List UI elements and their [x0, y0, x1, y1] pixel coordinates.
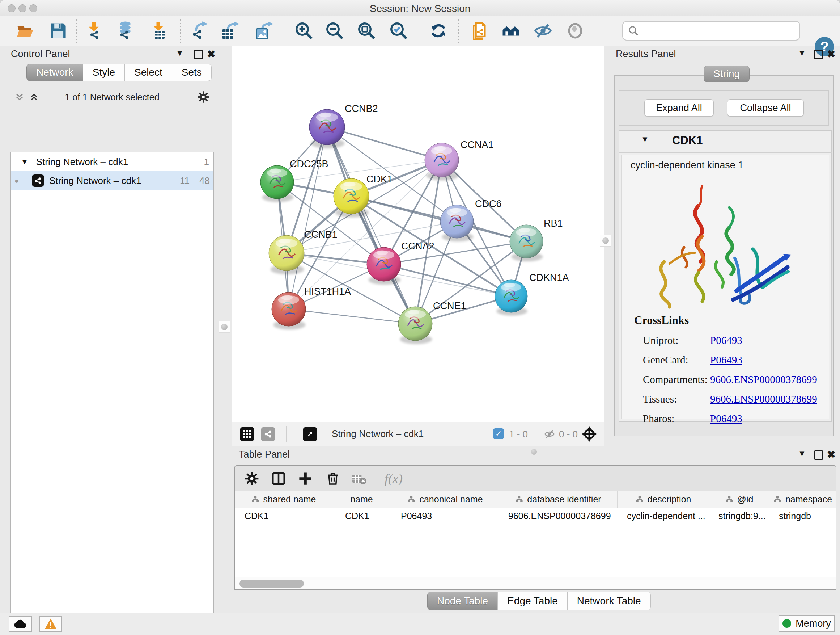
node-count: 11: [174, 175, 189, 187]
toolbar-separator: [284, 19, 284, 43]
crosslink-link[interactable]: P06493: [710, 334, 742, 347]
export-network-button[interactable]: [189, 20, 210, 41]
network-share-button[interactable]: [261, 427, 275, 441]
tab-style[interactable]: Style: [83, 64, 125, 81]
column-header-name[interactable]: name: [332, 491, 392, 508]
control-panel-float-button[interactable]: [194, 50, 203, 59]
results-panel-close-button[interactable]: ✖: [827, 48, 835, 60]
column-header-namespace[interactable]: namespace: [769, 491, 836, 508]
houses-icon: [501, 21, 521, 41]
network-collection-row[interactable]: ▼ String Network – cdk1 1: [11, 152, 213, 171]
refresh-icon: [429, 21, 448, 40]
zoom-fit-button[interactable]: [356, 20, 377, 41]
memory-label: Memory: [796, 618, 831, 629]
network-row[interactable]: ● String Network – cdk1 11 48: [11, 171, 213, 190]
tab-network-table[interactable]: Network Table: [567, 592, 651, 610]
import-network-icon: [84, 21, 103, 41]
tree-expander-icon[interactable]: ▼: [21, 158, 28, 166]
create-column-button[interactable]: [297, 470, 314, 487]
import-network-from-file-button[interactable]: [83, 20, 104, 41]
crosslink-link[interactable]: 9606.ENSP00000378699: [710, 374, 817, 386]
close-icon: ✖: [827, 448, 835, 461]
show-columns-button[interactable]: [270, 470, 287, 487]
selected-nodes-checkbox[interactable]: ✓: [493, 428, 504, 439]
collapse-entry-icon[interactable]: ▼: [641, 135, 649, 144]
tab-node-table[interactable]: Node Table: [427, 592, 498, 610]
horizontal-splitter-handle[interactable]: [531, 449, 537, 455]
tab-network[interactable]: Network: [27, 64, 83, 81]
zoom-selected-button[interactable]: [388, 20, 409, 41]
export-table-button[interactable]: [219, 20, 240, 41]
cloud-button[interactable]: [9, 616, 32, 632]
open-session-button[interactable]: [15, 20, 36, 41]
database-icon: [115, 21, 134, 41]
column-header-id[interactable]: @id: [709, 491, 769, 508]
import-table-icon: [148, 21, 168, 41]
column-header-canonical-name[interactable]: canonical name: [392, 491, 499, 508]
columns-icon: [271, 471, 286, 486]
node-details-header[interactable]: ▼ CDK1: [619, 130, 832, 153]
chevron-down-icon: ▼: [798, 49, 806, 58]
column-header-database-identifier[interactable]: database identifier: [499, 491, 617, 508]
show-home-button[interactable]: [500, 20, 521, 41]
save-session-button[interactable]: [48, 20, 69, 41]
control-panel-menu-button[interactable]: ▼: [176, 49, 184, 58]
right-splitter-handle[interactable]: [600, 235, 611, 247]
delete-column-button[interactable]: [324, 470, 341, 487]
column-header-description[interactable]: description: [617, 491, 709, 508]
zoom-fit-icon: [357, 21, 376, 41]
statusbar-separator: [538, 426, 538, 442]
search-box[interactable]: [622, 21, 800, 41]
tab-select[interactable]: Select: [125, 64, 172, 81]
network-view: CCNB2CCNA1CDC25BCDK1CDC6RB1CCNB1CCNA2CDK…: [232, 46, 604, 445]
trash-icon: [325, 471, 340, 486]
table-row[interactable]: CDK1 CDK1 P06493 9606.ENSP00000378699 cy…: [235, 508, 836, 524]
network-options-gear-icon[interactable]: [197, 90, 210, 103]
grid-icon: [242, 429, 252, 439]
tab-sets[interactable]: Sets: [172, 64, 212, 81]
show-all-button[interactable]: [565, 20, 586, 41]
search-input[interactable]: [643, 25, 799, 37]
import-network-from-database-button[interactable]: [114, 20, 135, 41]
crosslink-link[interactable]: P06493: [710, 354, 742, 366]
entry-description: cyclin-dependent kinase 1: [630, 160, 744, 171]
results-panel-float-button[interactable]: [814, 50, 823, 59]
table-horizontal-scrollbar[interactable]: [235, 577, 836, 589]
collapse-all-button[interactable]: Collapse All: [727, 99, 804, 117]
tab-edge-table[interactable]: Edge Table: [497, 592, 568, 610]
hide-selected-button[interactable]: [532, 20, 554, 41]
import-table-button[interactable]: [148, 20, 169, 41]
column-type-icon: [407, 496, 416, 504]
hidden-items-eye-slash-icon: [544, 428, 555, 440]
open-in-window-button[interactable]: [303, 427, 317, 441]
column-header-shared-name[interactable]: shared name: [235, 491, 332, 508]
scrollbar-thumb[interactable]: [240, 580, 304, 587]
tab-string[interactable]: String: [704, 65, 750, 82]
zoom-in-button[interactable]: [294, 20, 314, 41]
zoom-out-button[interactable]: [324, 20, 345, 41]
fit-crosshair-icon[interactable]: [581, 426, 597, 442]
crosslink-link[interactable]: 9606.ENSP00000378699: [710, 393, 817, 405]
column-label: canonical name: [419, 494, 483, 505]
delete-table-button[interactable]: [350, 470, 368, 487]
left-splitter-handle[interactable]: [218, 321, 230, 333]
crosslink-row: Tissues: 9606.ENSP00000378699: [643, 389, 824, 409]
export-image-button[interactable]: [253, 20, 274, 41]
table-panel-close-button[interactable]: ✖: [827, 448, 835, 461]
birdseye-grid-button[interactable]: [240, 427, 254, 441]
results-panel-menu-button[interactable]: ▼: [798, 49, 806, 58]
table-options-button[interactable]: [243, 470, 261, 487]
network-graph-canvas[interactable]: CCNB2CCNA1CDC25BCDK1CDC6RB1CCNB1CCNA2CDK…: [232, 46, 604, 422]
control-panel-close-button[interactable]: ✖: [207, 48, 215, 60]
clone-network-button[interactable]: [470, 20, 491, 41]
crosslinks-title: CrossLinks: [634, 314, 689, 327]
warnings-button[interactable]: [39, 616, 62, 632]
table-panel-float-button[interactable]: [814, 450, 823, 460]
memory-button[interactable]: Memory: [778, 615, 835, 632]
crosslink-link[interactable]: P06493: [710, 413, 742, 424]
clone-document-icon: [470, 21, 490, 41]
expand-all-button[interactable]: Expand All: [644, 99, 714, 117]
apply-function-button[interactable]: f(x): [379, 470, 408, 487]
refresh-button[interactable]: [428, 20, 449, 41]
table-panel-menu-button[interactable]: ▼: [798, 449, 806, 458]
